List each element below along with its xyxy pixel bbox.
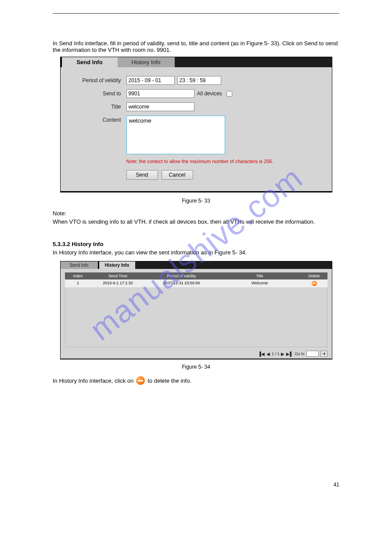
label-all-devices: All devices <box>197 91 222 97</box>
tab-history-info[interactable]: History Info <box>118 57 175 67</box>
history-info-pane: Send Info History Info Index Send Time P… <box>60 261 332 359</box>
label-content: Content <box>78 116 126 123</box>
pager: ▐◀ ◀ 1 / 1 ▶ ▶▌ Go to <box>61 349 332 359</box>
pager-goto-label: Go to <box>295 352 304 356</box>
footer-text-a: In History Info interface, click on <box>53 377 133 384</box>
send-button[interactable]: Send <box>126 170 158 180</box>
input-title[interactable] <box>126 102 194 111</box>
table-row: 1 2015-9-1 17:1:32 2037-12-31 23:59:59 W… <box>65 279 327 288</box>
textarea-content[interactable] <box>126 116 225 154</box>
table-header: Index Send Time Period of validity Title… <box>65 272 327 279</box>
section-body: In History Info interface, you can view … <box>53 249 339 256</box>
label-period: Period of velidity <box>78 76 126 83</box>
col-time: Send Time <box>91 274 145 278</box>
pager-last-icon[interactable]: ▶▌ <box>286 352 293 356</box>
pager-goto-input[interactable] <box>306 351 319 357</box>
col-index: Index <box>65 274 91 278</box>
note-heading: Note: <box>53 210 339 217</box>
pager-next-icon[interactable]: ▶ <box>281 352 284 356</box>
col-period: Period of validity <box>145 274 219 278</box>
delete-icon-inline <box>136 376 145 385</box>
input-date[interactable] <box>126 76 175 85</box>
cell-time: 2015-9-1 17:1:32 <box>91 281 145 286</box>
figure-caption-1: Figure 5- 33 <box>53 198 339 204</box>
footer-instruction: In History Info interface, click on to d… <box>53 376 339 385</box>
col-delete: Delete <box>301 274 327 278</box>
pager-go-button[interactable] <box>320 351 327 357</box>
pager-pages: 1 / 1 <box>272 352 280 356</box>
intro-text: In Send Info interface, fill in period o… <box>53 40 339 53</box>
cell-period: 2037-12-31 23:59:59 <box>145 281 219 286</box>
checkbox-all-devices[interactable] <box>227 91 232 97</box>
note-body: When VTO is sending info to all VTH, if … <box>53 218 339 225</box>
section-heading: 5.3.3.2 History Info <box>53 241 339 247</box>
page-number: 41 <box>53 482 339 488</box>
tab-send-info[interactable]: Send Info <box>61 57 118 67</box>
input-send-to[interactable] <box>126 89 194 98</box>
label-send-to: Send to <box>78 89 126 97</box>
label-title: Title <box>78 102 126 110</box>
delete-icon[interactable] <box>312 281 317 286</box>
figure-caption-2: Figure 5- 34 <box>53 364 339 370</box>
tab2-history-info[interactable]: History Info <box>98 261 135 269</box>
cancel-button[interactable]: Cancel <box>162 170 193 180</box>
pager-first-icon[interactable]: ▐◀ <box>258 352 265 356</box>
tab-bar-2: Send Info History Info <box>61 261 332 269</box>
pager-prev-icon[interactable]: ◀ <box>266 352 270 356</box>
footer-text-b: to delete the info. <box>147 377 191 384</box>
col-title: Title <box>219 274 301 278</box>
cell-title: Welcome <box>219 281 301 286</box>
cell-index: 1 <box>65 281 91 286</box>
note-char-limit: Note: the contect to allow the maximum n… <box>126 159 332 164</box>
tab2-send-info[interactable]: Send Info <box>61 261 98 269</box>
tab-bar: Send Info History Info <box>61 57 332 67</box>
input-time[interactable] <box>177 76 221 85</box>
send-info-pane: Send Info History Info Period of velidit… <box>60 57 332 192</box>
empty-area <box>65 288 327 347</box>
